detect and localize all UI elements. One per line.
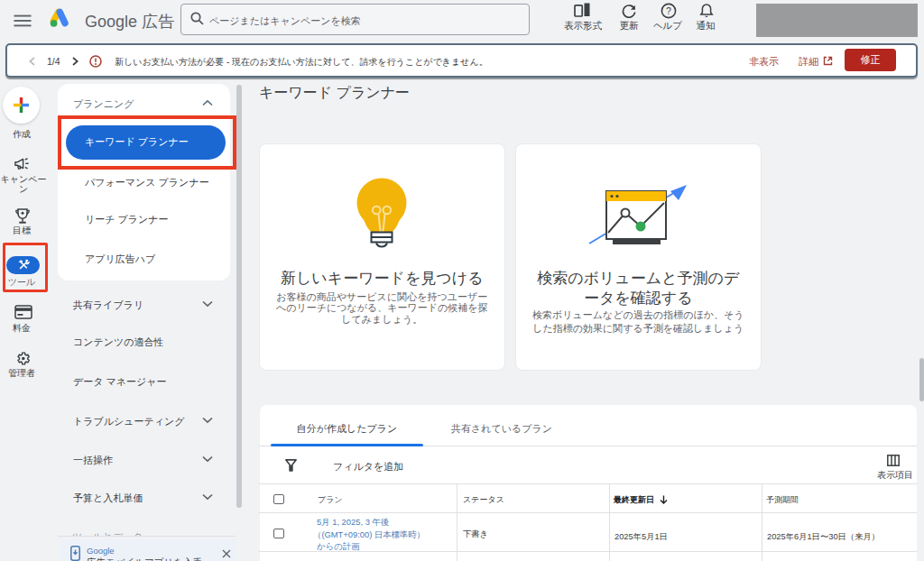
svg-text:?: ? (666, 5, 671, 16)
